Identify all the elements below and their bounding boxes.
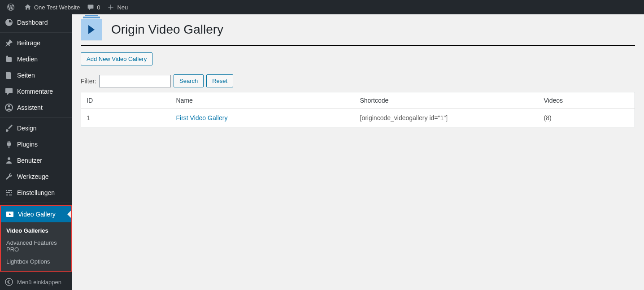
sidebar-label: Benutzer xyxy=(17,157,42,164)
comment-icon xyxy=(4,87,13,96)
col-header-shortcode[interactable]: Shortcode xyxy=(355,92,539,109)
admin-bar: One Test Website 0 Neu xyxy=(0,0,644,14)
sidebar-label: Beiträge xyxy=(17,39,40,47)
sidebar-label: Werkzeuge xyxy=(17,173,49,180)
submenu: Video Galleries Advanced Features PRO Li… xyxy=(0,221,72,272)
wordpress-icon xyxy=(7,4,14,11)
new-content-link[interactable]: Neu xyxy=(104,0,131,14)
col-header-videos[interactable]: Videos xyxy=(539,92,635,109)
col-header-id[interactable]: ID xyxy=(81,92,171,109)
sidebar-label: Design xyxy=(17,125,37,132)
submenu-item-galleries[interactable]: Video Galleries xyxy=(1,225,71,237)
sidebar-item-appearance[interactable]: Design xyxy=(0,120,72,136)
wrench-icon xyxy=(4,172,13,181)
site-name: One Test Website xyxy=(34,4,80,11)
svg-point-4 xyxy=(5,278,13,286)
sidebar-label: Seiten xyxy=(17,72,35,79)
filter-input[interactable] xyxy=(99,75,171,87)
svg-point-1 xyxy=(8,105,10,108)
dashboard-icon xyxy=(4,18,13,27)
filter-row: Filter: Search Reset xyxy=(81,74,635,87)
page-icon xyxy=(4,71,13,80)
collapse-label: Menü einklappen xyxy=(17,279,61,286)
main-content: Origin Video Gallery Add New Video Galle… xyxy=(72,14,644,290)
video-icon xyxy=(5,210,14,219)
plus-icon xyxy=(107,4,114,11)
search-button[interactable]: Search xyxy=(174,74,204,87)
sliders-icon xyxy=(4,188,13,197)
brush-icon xyxy=(4,124,13,133)
sidebar-item-media[interactable]: Medien xyxy=(0,51,72,67)
sidebar-item-tools[interactable]: Werkzeuge xyxy=(0,169,72,185)
cell-shortcode: [origincode_videogallery id="1"] xyxy=(355,109,539,127)
page-header: Origin Video Gallery xyxy=(81,19,635,46)
col-header-name[interactable]: Name xyxy=(171,92,355,109)
comments-link[interactable]: 0 xyxy=(83,0,104,14)
cell-videos: (8) xyxy=(539,109,635,127)
add-new-button[interactable]: Add New Video Gallery xyxy=(81,52,152,65)
sidebar-item-video-gallery[interactable]: Video Gallery xyxy=(0,205,72,222)
cell-id: 1 xyxy=(81,109,171,127)
galleries-table: ID Name Shortcode Videos 1 First Video G… xyxy=(81,92,635,127)
media-icon xyxy=(4,55,13,64)
table-row: 1 First Video Gallery [origincode_videog… xyxy=(81,109,635,127)
sidebar-label: Kommentare xyxy=(17,88,53,95)
page-icon xyxy=(81,19,102,40)
sidebar-item-pages[interactable]: Seiten xyxy=(0,67,72,83)
menu-separator xyxy=(0,116,72,118)
sidebar-label: Dashboard xyxy=(17,19,48,26)
comment-icon xyxy=(87,4,94,11)
home-icon xyxy=(24,4,31,11)
page-title: Origin Video Gallery xyxy=(111,22,223,37)
submenu-item-advanced[interactable]: Advanced Features PRO xyxy=(1,237,71,255)
sidebar-item-posts[interactable]: Beiträge xyxy=(0,35,72,51)
sidebar-item-dashboard[interactable]: Dashboard xyxy=(0,14,72,30)
sidebar-label: Assistent xyxy=(17,104,43,111)
menu-separator xyxy=(0,201,72,203)
sidebar-item-settings[interactable]: Einstellungen xyxy=(0,185,72,201)
sidebar-item-assistant[interactable]: Assistent xyxy=(0,100,72,116)
pin-icon xyxy=(4,39,13,48)
users-icon xyxy=(4,156,13,165)
play-icon xyxy=(88,25,95,34)
menu-separator xyxy=(0,30,72,33)
submenu-item-lightbox[interactable]: Lightbox Options xyxy=(1,255,71,268)
gallery-link[interactable]: First Video Gallery xyxy=(176,114,228,121)
sidebar-item-plugins[interactable]: Plugins xyxy=(0,136,72,152)
sidebar-label: Einstellungen xyxy=(17,189,55,196)
wp-logo[interactable] xyxy=(4,0,21,14)
reset-button[interactable]: Reset xyxy=(206,74,233,87)
collapse-menu[interactable]: Menü einklappen xyxy=(0,274,72,290)
site-name-link[interactable]: One Test Website xyxy=(21,0,83,14)
sidebar-label: Medien xyxy=(17,56,38,63)
svg-point-2 xyxy=(8,157,10,160)
plugin-icon xyxy=(4,140,13,149)
admin-sidebar: Dashboard Beiträge Medien Seiten Komment… xyxy=(0,14,72,290)
comments-count: 0 xyxy=(97,4,100,11)
collapse-icon xyxy=(4,277,13,286)
assistant-icon xyxy=(4,103,13,112)
sidebar-item-comments[interactable]: Kommentare xyxy=(0,83,72,100)
new-label: Neu xyxy=(117,4,128,11)
sidebar-item-users[interactable]: Benutzer xyxy=(0,152,72,169)
filter-label: Filter: xyxy=(81,78,96,85)
sidebar-label: Video Gallery xyxy=(18,211,56,218)
sidebar-label: Plugins xyxy=(17,141,38,148)
